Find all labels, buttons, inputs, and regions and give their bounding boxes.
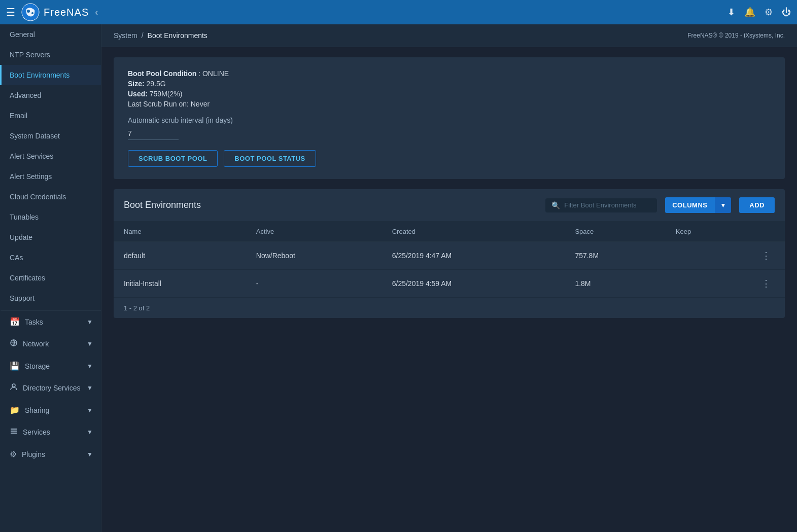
cell-name: default: [114, 242, 246, 270]
topbar: ☰ FreeNAS ‹ ⬇ 🔔 ⚙ ⏻: [0, 0, 797, 24]
scrub-interval-input[interactable]: [128, 127, 179, 140]
sidebar: General NTP Servers Boot Environments Ad…: [0, 24, 101, 532]
storage-icon: 💾: [10, 361, 20, 371]
sidebar-item-label: Tunables: [10, 213, 39, 221]
pool-condition: Boot Pool Condition : ONLINE: [128, 69, 771, 78]
hamburger-icon[interactable]: ☰: [6, 6, 15, 18]
sidebar-item-label: Plugins: [22, 450, 45, 458]
sidebar-item-label: CAs: [10, 254, 23, 262]
cell-active: Now/Reboot: [246, 242, 382, 270]
download-icon[interactable]: ⬇: [727, 7, 735, 18]
cell-space: 757.8M: [565, 242, 665, 270]
logo-area[interactable]: FreeNAS: [21, 3, 89, 21]
cell-actions: ⋮: [747, 242, 785, 270]
chevron-down-icon: ▼: [87, 451, 93, 458]
svg-rect-5: [11, 429, 17, 430]
col-space: Space: [565, 222, 665, 242]
cell-actions: ⋮: [747, 270, 785, 298]
sidebar-item-label: Sharing: [25, 406, 49, 414]
boot-pool-status-button[interactable]: BOOT POOL STATUS: [224, 150, 316, 167]
sidebar-item-boot-environments[interactable]: Boot Environments: [0, 65, 101, 85]
freenas-logo-icon: [21, 3, 40, 21]
sharing-icon: 📁: [10, 405, 20, 415]
add-button[interactable]: ADD: [739, 197, 775, 213]
sidebar-item-label: Tasks: [25, 318, 43, 326]
bell-icon[interactable]: 🔔: [744, 7, 755, 18]
sidebar-item-network[interactable]: Network ▼: [0, 333, 101, 355]
breadcrumb-separator: /: [142, 31, 144, 40]
col-active: Active: [246, 222, 382, 242]
cell-keep: [666, 242, 747, 270]
sidebar-item-label: Update: [10, 233, 32, 241]
sidebar-item-label: Support: [10, 294, 34, 302]
cell-active: -: [246, 270, 382, 298]
cell-name: Initial-Install: [114, 270, 246, 298]
sidebar-item-email[interactable]: Email: [0, 105, 101, 126]
sidebar-item-alert-services[interactable]: Alert Services: [0, 146, 101, 166]
sidebar-item-advanced[interactable]: Advanced: [0, 85, 101, 105]
settings-icon[interactable]: ⚙: [765, 7, 773, 18]
sidebar-item-update[interactable]: Update: [0, 227, 101, 247]
svg-rect-6: [11, 431, 17, 432]
back-icon[interactable]: ‹: [95, 7, 98, 18]
col-actions: [747, 222, 785, 242]
boot-env-title: Boot Environments: [124, 200, 537, 210]
sidebar-item-support[interactable]: Support: [0, 288, 101, 308]
chevron-down-icon: ▼: [87, 384, 93, 392]
cell-space: 1.8M: [565, 270, 665, 298]
col-keep: Keep: [666, 222, 747, 242]
sidebar-item-plugins[interactable]: ⚙ Plugins ▼: [0, 443, 101, 465]
sidebar-item-services[interactable]: Services ▼: [0, 421, 101, 443]
table-pagination: 1 - 2 of 2: [114, 298, 785, 318]
sidebar-item-label: Boot Environments: [10, 71, 70, 79]
sidebar-item-certificates[interactable]: Certificates: [0, 268, 101, 288]
main-content: System / Boot Environments FreeNAS® © 20…: [101, 24, 797, 532]
chevron-down-icon: ▼: [87, 429, 93, 436]
sidebar-item-label: System Dataset: [10, 132, 60, 140]
table-row: Initial-Install - 6/25/2019 4:59 AM 1.8M…: [114, 270, 785, 298]
columns-button[interactable]: COLUMNS: [665, 197, 714, 213]
pool-last-scrub: Last Scrub Run on: Never: [128, 100, 771, 108]
filter-input[interactable]: [564, 201, 645, 209]
scrub-boot-pool-button[interactable]: SCRUB BOOT POOL: [128, 150, 218, 167]
sidebar-item-tasks[interactable]: 📅 Tasks ▼: [0, 310, 101, 333]
sidebar-item-tunables[interactable]: Tunables: [0, 207, 101, 227]
sidebar-item-label: Advanced: [10, 91, 41, 99]
columns-dropdown-button[interactable]: ▼: [714, 197, 731, 213]
sidebar-item-system-dataset[interactable]: System Dataset: [0, 126, 101, 146]
directory-services-icon: [10, 383, 18, 393]
breadcrumb-parent[interactable]: System: [114, 31, 137, 40]
sidebar-item-label: Storage: [25, 362, 50, 370]
svg-point-2: [31, 12, 33, 14]
chevron-down-icon: ▼: [87, 340, 93, 347]
network-icon: [10, 339, 18, 349]
tasks-icon: 📅: [10, 317, 20, 327]
breadcrumb-current: Boot Environments: [148, 31, 207, 40]
row-actions-button[interactable]: ⋮: [757, 249, 775, 262]
sidebar-item-directory-services[interactable]: Directory Services ▼: [0, 377, 101, 399]
sidebar-item-cas[interactable]: CAs: [0, 247, 101, 268]
row-actions-button[interactable]: ⋮: [757, 277, 775, 290]
sidebar-item-label: Alert Services: [10, 152, 53, 160]
sidebar-item-general[interactable]: General: [0, 24, 101, 45]
breadcrumb: System / Boot Environments FreeNAS® © 20…: [101, 24, 797, 47]
svg-rect-7: [11, 433, 17, 434]
sidebar-item-storage[interactable]: 💾 Storage ▼: [0, 355, 101, 377]
search-box: 🔍: [545, 198, 657, 212]
sidebar-item-sharing[interactable]: 📁 Sharing ▼: [0, 399, 101, 421]
sidebar-item-alert-settings[interactable]: Alert Settings: [0, 166, 101, 187]
svg-point-1: [27, 10, 30, 13]
sidebar-item-ntp-servers[interactable]: NTP Servers: [0, 45, 101, 65]
col-created: Created: [382, 222, 565, 242]
copyright-text: FreeNAS® © 2019 - iXsystems, Inc.: [687, 32, 785, 39]
sidebar-item-label: Network: [23, 340, 49, 348]
chevron-down-icon: ▼: [87, 363, 93, 370]
sidebar-item-cloud-credentials[interactable]: Cloud Credentials: [0, 187, 101, 207]
search-icon: 🔍: [551, 201, 560, 209]
svg-point-4: [12, 384, 15, 387]
boot-env-header: Boot Environments 🔍 COLUMNS ▼ ADD: [114, 189, 785, 222]
sidebar-item-label: Services: [23, 428, 50, 436]
power-icon[interactable]: ⏻: [782, 7, 791, 18]
columns-button-group: COLUMNS ▼: [665, 197, 731, 213]
sidebar-item-label: Email: [10, 112, 27, 120]
